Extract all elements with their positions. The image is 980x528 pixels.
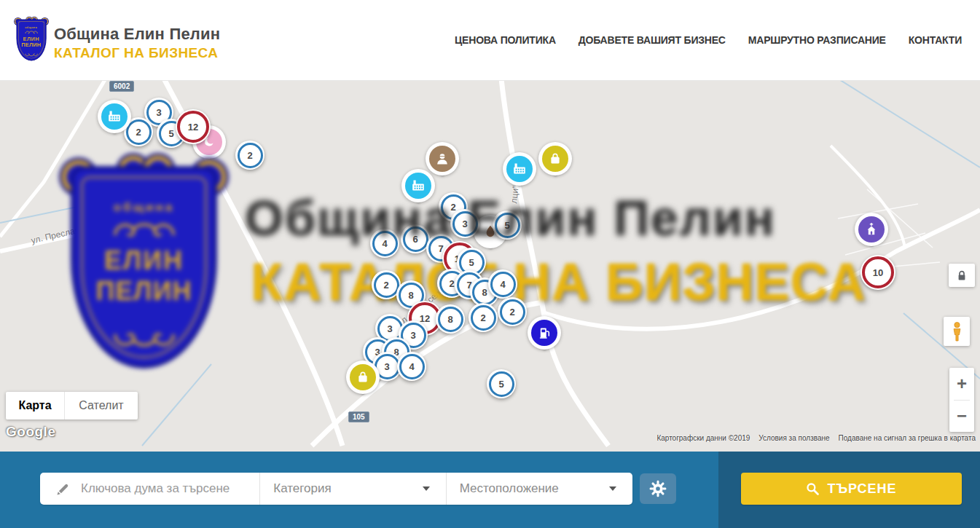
search-bar: Категория Местоположение bbox=[0, 452, 980, 528]
fuel-pin-marker[interactable] bbox=[528, 316, 561, 350]
cluster-marker[interactable]: 4 bbox=[370, 229, 399, 258]
crest-flourish bbox=[24, 30, 39, 34]
worker-icon bbox=[429, 146, 455, 172]
lock-control[interactable] bbox=[949, 264, 975, 287]
nav-item-route-schedule[interactable]: МАРШРУТНО РАЗПИСАНИЕ bbox=[748, 34, 886, 46]
chevron-down-icon bbox=[609, 486, 616, 491]
gear-icon bbox=[649, 480, 667, 497]
report-map-error-link[interactable]: Подаване на сигнал за грешка в картата bbox=[839, 434, 976, 442]
nav-item-pricing[interactable]: ЦЕНОВА ПОЛИТИКА bbox=[455, 34, 556, 46]
worker-pin-marker[interactable] bbox=[426, 142, 459, 176]
brand-block: Община Елин Пелин КАТАЛОГ НА БИЗНЕСА bbox=[54, 25, 220, 61]
search-button[interactable]: ТЪРСЕНЕ bbox=[741, 473, 962, 505]
nav-item-contacts[interactable]: КОНТАКТИ bbox=[909, 34, 962, 46]
cluster-marker[interactable]: 6 bbox=[401, 224, 430, 253]
zoom-in-button[interactable]: + bbox=[949, 368, 974, 400]
map-data-copyright: Картографски данни ©2019 bbox=[656, 434, 750, 442]
category-select-label: Категория bbox=[273, 481, 331, 496]
crest-shield: община ЕЛИН ПЕЛИН bbox=[16, 19, 46, 60]
factory-pin-marker[interactable] bbox=[503, 152, 536, 186]
cluster-marker[interactable]: 8 bbox=[436, 304, 465, 334]
map-type-control: Карта Сателит bbox=[6, 392, 138, 419]
pegman-control[interactable] bbox=[944, 317, 970, 346]
road-number-label: 105 bbox=[348, 411, 369, 422]
google-map[interactable]: 6002 105 ул. Преслав бул. „Новосел лци“ … bbox=[0, 80, 980, 452]
search-icon bbox=[806, 482, 820, 496]
search-button-label: ТЪРСЕНЕ bbox=[827, 481, 896, 497]
header: община ЕЛИН ПЕЛИН Община Елин Пелин КАТА… bbox=[0, 0, 980, 81]
cluster-marker[interactable]: 2 bbox=[469, 303, 498, 332]
pencil-icon bbox=[55, 482, 70, 497]
chevron-down-icon bbox=[423, 486, 430, 491]
cluster-marker[interactable]: 3 bbox=[450, 209, 479, 238]
map-type-satellite-button[interactable]: Сателит bbox=[65, 392, 138, 419]
shopping-bag-pin-marker[interactable] bbox=[538, 142, 572, 176]
location-select[interactable]: Местоположение bbox=[447, 473, 632, 505]
factory-pin-marker[interactable] bbox=[98, 100, 131, 133]
shopping-bag-icon bbox=[350, 364, 376, 390]
keyword-search-input[interactable] bbox=[79, 481, 257, 497]
google-logo[interactable]: Google bbox=[6, 424, 55, 440]
shopping-bag-icon bbox=[542, 146, 568, 172]
cluster-marker[interactable]: 5 bbox=[487, 369, 516, 398]
advanced-settings-button[interactable] bbox=[640, 473, 676, 504]
terms-of-use-link[interactable]: Условия за ползване bbox=[758, 434, 829, 442]
cluster-marker[interactable]: 4 bbox=[397, 352, 426, 381]
crest-name-line2: ПЕЛИН bbox=[17, 42, 45, 48]
road-number-label: 6002 bbox=[109, 81, 134, 92]
church-pin-marker[interactable] bbox=[855, 213, 888, 246]
shopping-bag-pin-marker[interactable] bbox=[346, 360, 380, 394]
lock-icon bbox=[956, 269, 968, 281]
crest-name-line1: ЕЛИН bbox=[17, 36, 45, 42]
zoom-control: + − bbox=[949, 368, 974, 432]
main-nav: ЦЕНОВА ПОЛИТИКА ДОБАВЕТЕ ВАШИЯТ БИЗНЕС М… bbox=[455, 0, 962, 80]
street-label: лци“ bbox=[509, 185, 520, 204]
cluster-marker[interactable]: 12 bbox=[176, 109, 211, 144]
church-icon bbox=[858, 216, 885, 243]
cluster-marker[interactable]: 4 bbox=[488, 269, 517, 299]
zoom-out-button[interactable]: − bbox=[949, 401, 974, 433]
nav-item-add-business[interactable]: ДОБАВЕТЕ ВАШИЯТ БИЗНЕС bbox=[579, 34, 726, 46]
crest-region-label: община bbox=[17, 26, 45, 29]
cluster-marker[interactable]: 10 bbox=[861, 255, 895, 290]
map-attribution: Картографски данни ©2019 Условия за полз… bbox=[656, 434, 976, 442]
municipality-crest-logo: община ЕЛИН ПЕЛИН bbox=[15, 17, 48, 60]
map-type-map-button[interactable]: Карта bbox=[6, 392, 65, 419]
location-select-label: Местоположение bbox=[460, 481, 559, 496]
category-select[interactable]: Категория bbox=[260, 473, 446, 505]
factory-icon bbox=[405, 173, 431, 199]
factory-icon bbox=[506, 156, 533, 182]
site-subtitle: КАТАЛОГ НА БИЗНЕСА bbox=[54, 45, 220, 61]
keyword-section bbox=[40, 473, 260, 505]
cluster-marker[interactable]: 2 bbox=[235, 141, 264, 170]
cluster-marker[interactable]: 2 bbox=[498, 297, 527, 326]
site-logo[interactable]: община ЕЛИН ПЕЛИН bbox=[15, 17, 50, 61]
crest-flourish bbox=[24, 52, 39, 57]
factory-icon bbox=[101, 103, 128, 130]
fuel-icon bbox=[531, 320, 557, 346]
search-input-group: Категория Местоположение bbox=[40, 473, 632, 505]
cluster-marker[interactable]: 5 bbox=[493, 210, 522, 240]
site-title: Община Елин Пелин bbox=[54, 25, 220, 44]
pegman-icon bbox=[952, 322, 963, 342]
